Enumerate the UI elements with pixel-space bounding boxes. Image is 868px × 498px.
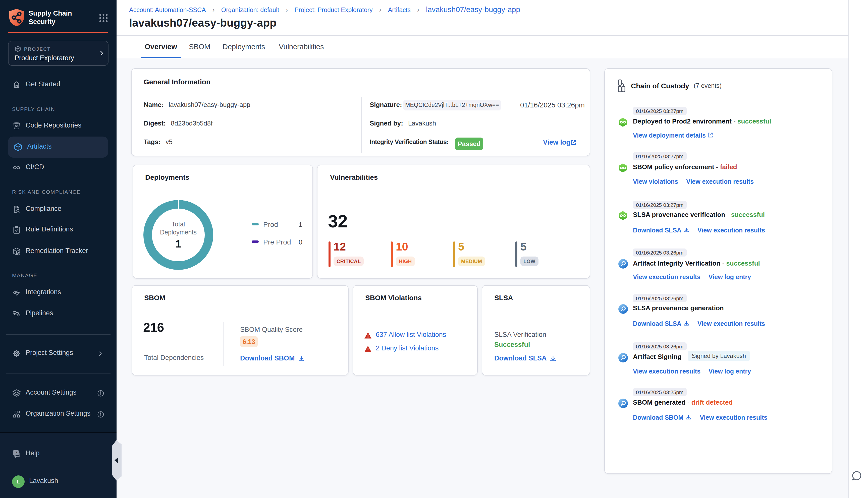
svg-text:?: ? — [15, 451, 17, 455]
